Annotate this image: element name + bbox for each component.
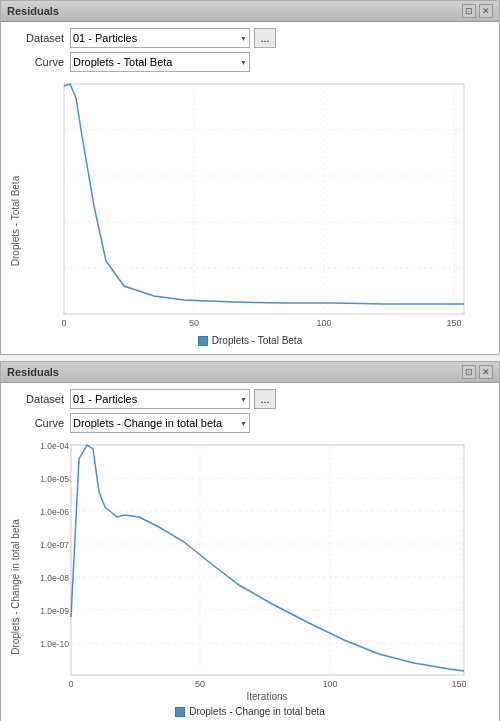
svg-text:100: 100 xyxy=(322,679,337,689)
legend-text-1: Droplets - Total Beta xyxy=(212,335,302,346)
svg-text:50: 50 xyxy=(195,679,205,689)
svg-text:0: 0 xyxy=(68,679,73,689)
svg-rect-0 xyxy=(64,84,464,314)
curve-select-wrapper-2: Droplets - Change in total beta xyxy=(70,413,250,433)
dataset-label-1: Dataset xyxy=(9,32,64,44)
svg-text:150: 150 xyxy=(446,318,461,328)
panel-body-2: Dataset 01 - Particles ... Curve Droplet… xyxy=(1,383,499,721)
panel-close-btn-1[interactable]: ✕ xyxy=(479,4,493,18)
panel-residuals-2: Residuals ⊡ ✕ Dataset 01 - Particles ...… xyxy=(0,361,500,721)
chart-area-1: Droplets - Total Beta 0 50 100 150 xyxy=(9,76,491,331)
svg-text:50: 50 xyxy=(189,318,199,328)
chart-svg-1: Droplets - Total Beta 0 50 100 150 xyxy=(9,76,479,331)
panel-residuals-1: Residuals ⊡ ✕ Dataset 01 - Particles ...… xyxy=(0,0,500,355)
legend-text-2: Droplets - Change in total beta xyxy=(189,706,325,717)
curve-label-1: Curve xyxy=(9,56,64,68)
dataset-row-2: Dataset 01 - Particles ... xyxy=(9,389,491,409)
svg-text:1.0e-04: 1.0e-04 xyxy=(40,441,69,451)
legend-2: Droplets - Change in total beta xyxy=(9,706,491,717)
svg-text:1.0e-10: 1.0e-10 xyxy=(40,639,69,649)
panel-title-1: Residuals xyxy=(7,5,59,17)
y-axis-label-2: Droplets - Change in total beta xyxy=(10,519,21,655)
curve-row-2: Curve Droplets - Change in total beta xyxy=(9,413,491,433)
svg-text:1.0e-09: 1.0e-09 xyxy=(40,606,69,616)
panel-header-2: Residuals ⊡ ✕ xyxy=(1,362,499,383)
panel-body-1: Dataset 01 - Particles ... Curve Droplet… xyxy=(1,22,499,354)
panel-controls-2: ⊡ ✕ xyxy=(462,365,493,379)
panel-minimize-btn-2[interactable]: ⊡ xyxy=(462,365,476,379)
panel-controls-1: ⊡ ✕ xyxy=(462,4,493,18)
svg-text:1.0e-05: 1.0e-05 xyxy=(40,474,69,484)
dataset-dots-btn-2[interactable]: ... xyxy=(254,389,276,409)
y-axis-label-1: Droplets - Total Beta xyxy=(10,175,21,266)
curve-select-2[interactable]: Droplets - Change in total beta xyxy=(70,413,250,433)
dataset-select-wrapper-2: 01 - Particles xyxy=(70,389,250,409)
svg-rect-12 xyxy=(71,445,464,675)
svg-text:100: 100 xyxy=(316,318,331,328)
x-axis-label-1: Iterations xyxy=(243,330,284,331)
svg-text:0: 0 xyxy=(61,318,66,328)
dataset-select-1[interactable]: 01 - Particles xyxy=(70,28,250,48)
curve-select-1[interactable]: Droplets - Total Beta xyxy=(70,52,250,72)
svg-text:150: 150 xyxy=(451,679,466,689)
panel-header-1: Residuals ⊡ ✕ xyxy=(1,1,499,22)
panel-minimize-btn-1[interactable]: ⊡ xyxy=(462,4,476,18)
legend-box-1 xyxy=(198,336,208,346)
dataset-select-2[interactable]: 01 - Particles xyxy=(70,389,250,409)
dataset-select-wrapper-1: 01 - Particles xyxy=(70,28,250,48)
legend-box-2 xyxy=(175,707,185,717)
dataset-row-1: Dataset 01 - Particles ... xyxy=(9,28,491,48)
svg-text:1.0e-08: 1.0e-08 xyxy=(40,573,69,583)
dataset-dots-btn-1[interactable]: ... xyxy=(254,28,276,48)
svg-text:1.0e-06: 1.0e-06 xyxy=(40,507,69,517)
curve-row-1: Curve Droplets - Total Beta xyxy=(9,52,491,72)
dataset-label-2: Dataset xyxy=(9,393,64,405)
x-axis-label-2: Iterations xyxy=(246,691,287,702)
chart-area-2: Droplets - Change in total beta 1.0e-04 … xyxy=(9,437,491,702)
curve-select-wrapper-1: Droplets - Total Beta xyxy=(70,52,250,72)
chart-svg-2: Droplets - Change in total beta 1.0e-04 … xyxy=(9,437,479,702)
panel-title-2: Residuals xyxy=(7,366,59,378)
legend-1: Droplets - Total Beta xyxy=(9,335,491,346)
svg-text:1.0e-07: 1.0e-07 xyxy=(40,540,69,550)
curve-label-2: Curve xyxy=(9,417,64,429)
panel-close-btn-2[interactable]: ✕ xyxy=(479,365,493,379)
